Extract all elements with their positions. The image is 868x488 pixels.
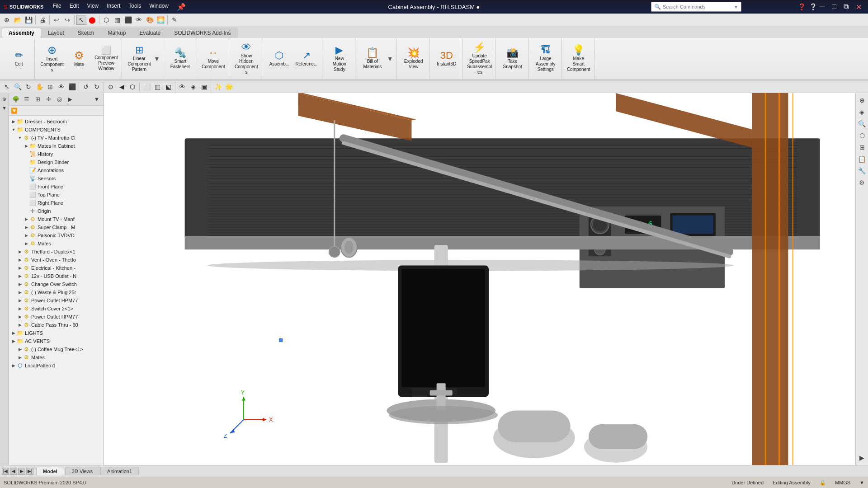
- tab-assembly[interactable]: Assembly: [2, 28, 41, 38]
- panel-display-btn[interactable]: ✛: [43, 95, 53, 104]
- restore-button[interactable]: ⧉: [841, 3, 851, 11]
- tree-item[interactable]: ⬜Right Plane: [9, 199, 104, 207]
- tree-arrow-icon[interactable]: ▶: [17, 298, 23, 303]
- insert-components-button[interactable]: ⊕ Insert Components: [39, 43, 65, 75]
- pan-tool[interactable]: ✋: [34, 82, 44, 92]
- tree-item[interactable]: ▶⬡LocalPattern1: [9, 361, 104, 370]
- view-selector[interactable]: ⬡: [127, 82, 137, 92]
- rollback-bar[interactable]: ⬛: [67, 82, 77, 92]
- smart-component-button[interactable]: 💡 Make Smart Component: [566, 43, 591, 75]
- tree-item[interactable]: ▶⚙12v - USB Outlet - N: [9, 272, 104, 280]
- tab-evaluate[interactable]: Evaluate: [132, 28, 167, 38]
- show-hidden-button[interactable]: 👁 Show Hidden Components: [234, 43, 259, 75]
- tab-nav-next[interactable]: ▶: [18, 468, 25, 475]
- tree-item[interactable]: ▶⚙Mates: [9, 239, 104, 248]
- tab-nav-first[interactable]: |◀: [2, 468, 9, 475]
- panel-config-btn[interactable]: ⊞: [33, 95, 42, 104]
- tab-markup[interactable]: Markup: [101, 28, 132, 38]
- tree-arrow-icon[interactable]: ▶: [24, 225, 29, 230]
- right-btn-5[interactable]: ⊞: [857, 142, 868, 153]
- previous-view[interactable]: ◀: [117, 82, 127, 92]
- tree-item[interactable]: ▶⚙Mates: [9, 353, 104, 361]
- tree-arrow-icon[interactable]: ▶: [17, 314, 23, 319]
- select-tool[interactable]: ↖: [2, 82, 12, 92]
- rotate-cw[interactable]: ↺: [81, 82, 91, 92]
- open-button[interactable]: 📂: [13, 15, 23, 25]
- smart-fasteners-button[interactable]: 🔩 Smart Fasteners: [168, 43, 193, 75]
- save-button[interactable]: 💾: [24, 15, 33, 25]
- units-dropdown[interactable]: ▼: [859, 480, 864, 485]
- search-input[interactable]: [663, 4, 733, 9]
- tree-arrow-icon[interactable]: ▶: [17, 290, 23, 295]
- tree-arrow-icon[interactable]: ▶: [17, 323, 23, 327]
- tree-item[interactable]: ⬜Front Plane: [9, 183, 104, 191]
- redo-button[interactable]: ↪: [62, 15, 72, 25]
- tab-addins[interactable]: SOLIDWORKS Add-Ins: [167, 28, 237, 38]
- new-button[interactable]: ⊕: [2, 15, 12, 25]
- right-btn-3[interactable]: 🔍: [857, 118, 868, 129]
- right-btn-2[interactable]: ◈: [857, 107, 868, 117]
- pattern-dropdown-icon[interactable]: ▼: [154, 55, 160, 62]
- help-icon[interactable]: ❓: [798, 3, 806, 10]
- maximize-button[interactable]: □: [829, 3, 839, 11]
- menu-window[interactable]: Window: [146, 2, 172, 12]
- search-box[interactable]: 🔍 ▼: [651, 2, 741, 12]
- panel-feature-tree-btn[interactable]: 🌳: [11, 95, 21, 104]
- sketch-button[interactable]: ✎: [170, 15, 179, 25]
- tree-item[interactable]: ▶⚙Palsonic TVDVD: [9, 231, 104, 239]
- reference-button[interactable]: ↗ Referenc...: [294, 43, 319, 75]
- view-display-button[interactable]: ⬛: [123, 15, 133, 25]
- minimize-button[interactable]: ─: [817, 3, 827, 11]
- right-btn-1[interactable]: ⊕: [857, 95, 868, 106]
- tree-item[interactable]: ▶⚙Thetford - Duplex<1: [9, 248, 104, 256]
- menu-view[interactable]: View: [83, 2, 102, 12]
- tree-arrow-icon[interactable]: ▶: [17, 355, 23, 360]
- snapshot-button[interactable]: 📸 Take Snapshot: [500, 43, 525, 75]
- tree-item[interactable]: ▼📁COMPONENTS: [9, 126, 104, 134]
- right-btn-6[interactable]: 📋: [857, 154, 868, 164]
- vtab-1[interactable]: ⊕: [0, 95, 9, 103]
- linear-pattern-button[interactable]: ⊞ Linear Component Pattern: [127, 43, 152, 75]
- menu-edit[interactable]: Edit: [66, 2, 83, 12]
- tree-item[interactable]: ▶⚙Power Outlet HPM77: [9, 313, 104, 321]
- help2-icon[interactable]: ❔: [809, 3, 817, 10]
- tree-item[interactable]: ▶⚙Change Over Switch: [9, 280, 104, 288]
- rotate-tool[interactable]: ↻: [24, 82, 33, 92]
- pin-icon[interactable]: 📌: [173, 2, 189, 12]
- tree-arrow-icon[interactable]: ▶: [11, 331, 16, 335]
- tree-arrow-icon[interactable]: ▶: [11, 363, 16, 368]
- feature-tree[interactable]: ▶📁Dresser - Bedroom▼📁COMPONENTS▼⚙(-) TV …: [9, 116, 104, 465]
- tab-3dviews[interactable]: 3D Views: [65, 467, 99, 475]
- vtab-2[interactable]: ▼: [0, 104, 9, 112]
- tree-arrow-icon[interactable]: ▶: [24, 241, 29, 246]
- search-dropdown-icon[interactable]: ▼: [734, 5, 738, 9]
- tab-sketch[interactable]: Sketch: [71, 28, 101, 38]
- rotate-ccw[interactable]: ↻: [92, 82, 102, 92]
- large-assembly-button[interactable]: 🏗 Large Assembly Settings: [533, 43, 558, 75]
- mate-button[interactable]: ⚙ Mate: [66, 43, 92, 75]
- tree-arrow-icon[interactable]: ▶: [24, 233, 29, 238]
- zoom-fit[interactable]: ⊞: [45, 82, 55, 92]
- panel-property-btn[interactable]: ☰: [22, 95, 32, 104]
- tree-arrow-icon[interactable]: ▼: [11, 127, 16, 132]
- hide-show-button[interactable]: 👁: [134, 15, 144, 25]
- tree-item[interactable]: ▶📁Dresser - Bedroom: [9, 117, 104, 126]
- display-style[interactable]: ⬜: [142, 82, 151, 92]
- panel-motion-btn[interactable]: ◎: [54, 95, 64, 104]
- tree-arrow-icon[interactable]: ▶: [11, 339, 16, 343]
- normal-to[interactable]: ⊙: [106, 82, 116, 92]
- view-tools[interactable]: 👁: [56, 82, 66, 92]
- tree-arrow-icon[interactable]: ▶: [17, 266, 23, 270]
- view-orient-button[interactable]: ⬡: [101, 15, 111, 25]
- panel-expand-btn[interactable]: ▶: [65, 95, 75, 104]
- tree-item[interactable]: ▶📁LIGHTS: [9, 329, 104, 337]
- tree-item[interactable]: ▶⚙Mount TV - Manf: [9, 215, 104, 223]
- render-tools[interactable]: ✨: [213, 82, 223, 92]
- assemb-button[interactable]: ⬡ Assemb...: [267, 43, 292, 75]
- tree-item[interactable]: ⬜Top Plane: [9, 191, 104, 199]
- change-transparency[interactable]: ◈: [188, 82, 198, 92]
- tab-layout[interactable]: Layout: [41, 28, 71, 38]
- stop-button[interactable]: ⬤: [87, 15, 97, 25]
- section-view[interactable]: ▣: [199, 82, 209, 92]
- tree-item[interactable]: ▶⚙Cable Pass Thru - 60: [9, 321, 104, 329]
